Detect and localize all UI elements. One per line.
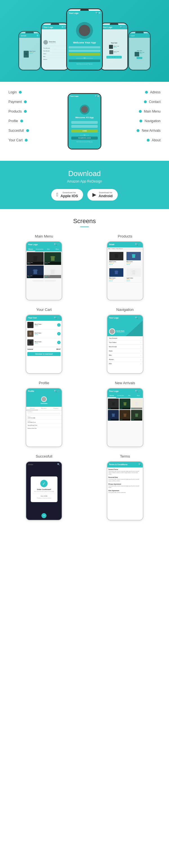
feature-login: Login bbox=[8, 90, 51, 94]
feature-succesfull: Succesfull bbox=[8, 129, 51, 132]
features-left-column: Login Payment Products Profile Succesful… bbox=[8, 90, 51, 142]
feature-dot-products bbox=[24, 110, 27, 113]
features-right-column: Adress Contact Main Menu Navigation New … bbox=[118, 90, 161, 142]
features-center: Your Logo 🔍 ☰ Welcome XX App LOGIN bbox=[54, 90, 115, 152]
screen-profile-label: Profile bbox=[39, 381, 49, 385]
feature-dot-yourcart bbox=[25, 139, 28, 142]
screens-title: Screens bbox=[6, 217, 163, 225]
screen-navigation: Navigation Your Logo 🔍 🛒 Earvin Suan bbox=[87, 308, 164, 374]
hero-phones: Detail ☰ Black T-shirt ★★★★ $40.99 bbox=[6, 8, 163, 70]
welcome-text: Welcome Your App bbox=[73, 41, 96, 44]
screen-profile-phone: Profile 🔍 🛒 Username Overview My photos … bbox=[26, 388, 62, 447]
screens-grid: Main Menu Your Logo 🔍 🛒 Women Accessorie… bbox=[6, 234, 163, 521]
login-btn-preview bbox=[69, 53, 100, 56]
feature-products: Products bbox=[8, 110, 51, 114]
feature-dot-newarrivals bbox=[137, 129, 139, 132]
android-btn-text: Download for Android bbox=[99, 191, 113, 198]
feature-contact: Contact bbox=[118, 100, 161, 104]
screen-terms: Terms Terms & Conditions 🔍 General Terms… bbox=[87, 454, 164, 521]
screen-succesfull-phone: Order 🔍 ✓ Order Confirmed! Your order ha… bbox=[26, 461, 62, 521]
screen-terms-label: Terms bbox=[120, 454, 130, 458]
screen-cart-label: Your Cart bbox=[36, 308, 52, 312]
feature-adress: Adress bbox=[118, 90, 161, 94]
android-icon: ▶ bbox=[92, 191, 96, 198]
download-section: Download Amazon App ReDesign  Download … bbox=[0, 161, 169, 209]
screen-navigation-phone: Your Logo 🔍 🛒 Earvin Suan earvin@gmail.c… bbox=[107, 314, 143, 374]
download-subtitle: Amazon App ReDesign bbox=[6, 179, 163, 183]
feature-dot-about bbox=[147, 139, 149, 142]
feature-payment: Payment bbox=[8, 100, 51, 104]
screen-profile: Profile Profile 🔍 🛒 Username Overview My… bbox=[6, 381, 82, 447]
feature-dot-succesfull bbox=[26, 129, 29, 132]
phone-center: Your Logo 🔍 ☰ Welcome Your App ─────── O… bbox=[66, 8, 103, 70]
screens-section: Screens Main Menu Your Logo 🔍 🛒 Women Ac… bbox=[0, 209, 169, 529]
screen-succesfull: Succesfull Order 🔍 ✓ Order Confirmed! Yo… bbox=[6, 454, 82, 521]
screen-main-menu-label: Main Menu bbox=[35, 234, 53, 238]
feature-profile: Profile bbox=[8, 119, 51, 123]
screen-navigation-label: Navigation bbox=[116, 308, 134, 312]
hero-section: Detail ☰ Black T-shirt ★★★★ $40.99 bbox=[0, 0, 169, 82]
phone-left: Your Logo ☰ 🔍 Earvin Suan earvin@gmail.c… bbox=[41, 23, 69, 70]
android-download-button[interactable]: ▶ Download for Android bbox=[87, 189, 118, 200]
screen-succesfull-label: Succesfull bbox=[36, 454, 53, 458]
phone-right: Your Logo 🔍 🛒 Your Cart Black T-shirt $4… bbox=[100, 23, 128, 70]
download-title: Download bbox=[6, 169, 163, 178]
screen-products: Products Detail 🔍 🛒 Men › T-Shirts › New… bbox=[87, 234, 164, 301]
phone-header-logo: Your Logo bbox=[69, 12, 78, 14]
phone-far-left: Detail ☰ Black T-shirt ★★★★ $40.99 bbox=[18, 31, 41, 70]
feature-dot-mainmenu bbox=[139, 110, 142, 113]
feature-dot-adress bbox=[145, 91, 148, 94]
feature-mainmenu: Main Menu bbox=[118, 110, 161, 114]
center-welcome: Welcome XX App bbox=[75, 116, 94, 119]
apple-download-button[interactable]:  Download for Apple IOS bbox=[51, 189, 83, 200]
feature-about: About bbox=[118, 138, 161, 142]
feature-dot-contact bbox=[144, 100, 147, 103]
screen-main-menu-phone: Your Logo 🔍 🛒 Women Accessories Men Boys bbox=[26, 241, 62, 301]
feature-dot-navigation bbox=[139, 120, 142, 122]
screen-cart: Your Cart Your Cart 🔍 🛒 Black T-sh bbox=[6, 308, 82, 374]
features-section: Login Payment Products Profile Succesful… bbox=[0, 82, 169, 161]
feature-newarrivals: New Arrivals bbox=[118, 129, 161, 132]
feature-yourcart: Your Cart bbox=[8, 138, 51, 142]
apple-icon:  bbox=[56, 192, 58, 198]
feature-dot-payment bbox=[24, 100, 27, 103]
feature-dot-profile bbox=[20, 120, 23, 122]
screen-main-menu: Main Menu Your Logo 🔍 🛒 Women Accessorie… bbox=[6, 234, 82, 301]
phone-far-right: Cart 🛒 Your Cart Black T-shirt $40.99 CH… bbox=[128, 31, 151, 70]
screen-terms-phone: Terms & Conditions 🔍 General Terms Lorem… bbox=[107, 461, 143, 521]
screen-new-arrivals: New Arrivals Your Logo 🔍 🛒 Women Accesso… bbox=[87, 381, 164, 447]
features-grid: Login Payment Products Profile Succesful… bbox=[8, 90, 161, 152]
facebook-btn-preview bbox=[69, 60, 100, 62]
screen-new-arrivals-phone: Your Logo 🔍 🛒 Women Accessories Men Boys bbox=[107, 388, 143, 447]
screen-products-phone: Detail 🔍 🛒 Men › T-Shirts › New Season B… bbox=[107, 241, 143, 301]
screen-products-label: Products bbox=[118, 234, 132, 238]
center-phone: Your Logo 🔍 ☰ Welcome XX App LOGIN bbox=[68, 93, 101, 150]
screen-cart-phone: Your Cart 🔍 🛒 Black T-shirt $40.99 bbox=[26, 314, 62, 374]
screen-new-arrivals-label: New Arrivals bbox=[115, 381, 135, 385]
feature-navigation: Navigation bbox=[118, 119, 161, 123]
feature-dot-login bbox=[19, 91, 22, 94]
screens-divider bbox=[80, 226, 89, 227]
apple-btn-text: Download for Apple IOS bbox=[61, 191, 78, 198]
download-buttons:  Download for Apple IOS ▶ Download for … bbox=[6, 189, 163, 200]
